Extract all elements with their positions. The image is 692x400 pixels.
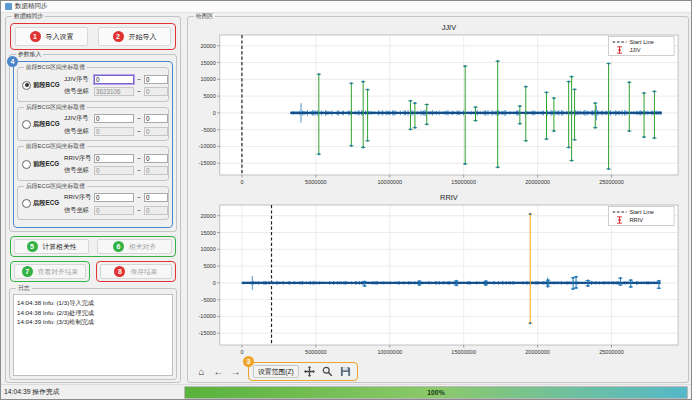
step-3-badge: 3 bbox=[243, 356, 254, 367]
main-area: 数据精同步 1 导入设置 2 开始导入 参数输入 4 前段BCG区间坐标取值前段… bbox=[1, 13, 691, 384]
step-5-badge: 5 bbox=[27, 241, 38, 252]
svg-text:10000: 10000 bbox=[200, 246, 215, 252]
svg-text:5000000: 5000000 bbox=[305, 349, 327, 355]
svg-text:25000000: 25000000 bbox=[599, 179, 624, 185]
field-label: RRIV序号 bbox=[64, 193, 94, 202]
log-entry: 14:04:38 Info: (2/3)处理完成 bbox=[17, 308, 169, 318]
param-section-title: 后段BCG区间坐标取值 bbox=[24, 104, 87, 111]
param-section-0: 前段BCG区间坐标取值前段BCGJJIV序号~信号坐标~ bbox=[17, 67, 169, 102]
param-section-1: 后段BCG区间坐标取值后段BCGJJIV序号~信号坐标~ bbox=[17, 107, 169, 142]
range-tilde: ~ bbox=[134, 194, 144, 201]
sec3-row0-from-input[interactable] bbox=[94, 193, 134, 202]
sec1-row1-to-input[interactable] bbox=[144, 127, 168, 136]
forward-icon[interactable]: → bbox=[228, 364, 243, 379]
range-tilde: ~ bbox=[134, 115, 144, 122]
view-align-result-button[interactable]: 7 查看对齐结果 bbox=[14, 264, 86, 279]
radio-label: 前段ECG bbox=[33, 160, 59, 169]
plot-panel: 绘图区 050000001000000015000000200000002500… bbox=[187, 16, 689, 383]
pan-icon[interactable] bbox=[302, 364, 317, 379]
svg-text:15000000: 15000000 bbox=[451, 179, 476, 185]
home-icon[interactable]: ⌂ bbox=[194, 364, 209, 379]
params-title: 参数输入 bbox=[16, 51, 43, 58]
sec2-row0-to-input[interactable] bbox=[144, 154, 168, 163]
svg-text:20000: 20000 bbox=[200, 43, 215, 49]
window-title: 数据精同步 bbox=[15, 2, 48, 11]
set-range-button[interactable]: 设置范围(Z) bbox=[253, 365, 299, 378]
plot-panel-title: 绘图区 bbox=[194, 13, 215, 20]
field-label: JJIV序号 bbox=[64, 114, 94, 123]
svg-text:20000000: 20000000 bbox=[525, 179, 550, 185]
start-import-label: 开始导入 bbox=[129, 32, 157, 42]
range-tilde: ~ bbox=[134, 76, 144, 83]
svg-text:15000000: 15000000 bbox=[451, 349, 476, 355]
sec0-row1-to-input[interactable] bbox=[144, 87, 168, 96]
start-import-button[interactable]: 2 开始导入 bbox=[98, 27, 171, 46]
sec2-row0-from-input[interactable] bbox=[94, 154, 134, 163]
params-groupbox: 参数输入 4 前段BCG区间坐标取值前段BCGJJIV序号~信号坐标~后段BCG… bbox=[9, 54, 177, 232]
back-icon[interactable]: ← bbox=[211, 364, 226, 379]
svg-text:-15000: -15000 bbox=[199, 160, 216, 166]
radio-前段ECG[interactable]: 前段ECG bbox=[20, 160, 64, 169]
range-tilde: ~ bbox=[134, 167, 144, 174]
svg-text:5000000: 5000000 bbox=[305, 179, 327, 185]
jjiv-chart[interactable]: 0500000010000000150000002000000025000000… bbox=[190, 22, 686, 192]
svg-text:0: 0 bbox=[213, 110, 216, 116]
progress-label: 100% bbox=[427, 389, 444, 396]
sec0-row1-from-input[interactable] bbox=[94, 87, 134, 96]
step-1-badge: 1 bbox=[30, 31, 41, 42]
radio-icon[interactable] bbox=[22, 81, 31, 90]
radio-icon[interactable] bbox=[22, 199, 31, 208]
svg-text:-10000: -10000 bbox=[199, 143, 216, 149]
app-icon bbox=[5, 3, 12, 10]
svg-text:RRIV: RRIV bbox=[629, 217, 643, 223]
svg-text:10000000: 10000000 bbox=[377, 179, 402, 185]
svg-text:-5000: -5000 bbox=[202, 127, 216, 133]
log-area[interactable]: 14:04:38 Info: (1/3)导入完成14:04:38 Info: (… bbox=[13, 294, 173, 376]
radio-前段BCG[interactable]: 前段BCG bbox=[20, 81, 64, 90]
svg-text:5000: 5000 bbox=[203, 93, 215, 99]
sec0-row0-to-input[interactable] bbox=[144, 75, 168, 84]
correlation-align-button[interactable]: 6 相关对齐 bbox=[97, 239, 172, 254]
step-7-badge: 7 bbox=[22, 266, 33, 277]
save-icon[interactable] bbox=[338, 364, 353, 379]
rriv-chart[interactable]: 0500000010000000150000002000000025000000… bbox=[190, 192, 686, 362]
radio-icon[interactable] bbox=[22, 160, 31, 169]
svg-text:JJIV: JJIV bbox=[629, 47, 640, 53]
range-tilde: ~ bbox=[134, 128, 144, 135]
sync-panel: 数据精同步 1 导入设置 2 开始导入 参数输入 4 前段BCG区间坐标取值前段… bbox=[5, 16, 181, 383]
log-entry: 14:04:38 Info: (1/3)导入完成 bbox=[17, 298, 169, 308]
save-result-label: 保存结果 bbox=[130, 267, 157, 277]
svg-text:15000: 15000 bbox=[200, 60, 215, 66]
sec1-row0-to-input[interactable] bbox=[144, 114, 168, 123]
svg-text:0: 0 bbox=[240, 179, 243, 185]
zoom-icon[interactable] bbox=[320, 364, 335, 379]
sec2-row1-from-input[interactable] bbox=[94, 166, 134, 175]
radio-label: 后段ECG bbox=[33, 199, 59, 208]
param-section-3: 后段ECG区间坐标取值后段ECGRRIV序号~信号坐标~ bbox=[17, 186, 169, 221]
sec2-row1-to-input[interactable] bbox=[144, 166, 168, 175]
sec1-row0-from-input[interactable] bbox=[94, 114, 134, 123]
charts-area: 0500000010000000150000002000000025000000… bbox=[190, 22, 686, 362]
radio-后段ECG[interactable]: 后段ECG bbox=[20, 199, 64, 208]
save-result-button[interactable]: 8 保存结果 bbox=[100, 264, 172, 279]
sec3-row1-to-input[interactable] bbox=[144, 206, 168, 215]
range-tilde: ~ bbox=[134, 88, 144, 95]
title-bar: 数据精同步 bbox=[1, 1, 691, 13]
radio-后段BCG[interactable]: 后段BCG bbox=[20, 120, 64, 129]
sec1-row1-from-input[interactable] bbox=[94, 127, 134, 136]
step-4-badge: 4 bbox=[7, 56, 18, 67]
svg-text:25000000: 25000000 bbox=[599, 349, 624, 355]
log-title: 日志 bbox=[16, 285, 32, 292]
radio-icon[interactable] bbox=[22, 120, 31, 129]
sec3-row1-from-input[interactable] bbox=[94, 206, 134, 215]
radio-label: 后段BCG bbox=[33, 120, 60, 129]
sec3-row0-to-input[interactable] bbox=[144, 193, 168, 202]
param-section-title: 前段BCG区间坐标取值 bbox=[24, 64, 87, 71]
view-result-annotation-box: 7 查看对齐结果 bbox=[10, 261, 90, 282]
sec0-row0-from-input[interactable] bbox=[94, 75, 134, 84]
field-label: 信号坐标 bbox=[64, 166, 94, 175]
import-settings-button[interactable]: 1 导入设置 bbox=[15, 27, 88, 46]
compute-correlation-button[interactable]: 5 计算相关性 bbox=[14, 239, 89, 254]
param-section-2: 前段ECG区间坐标取值前段ECGRRIV序号~信号坐标~ bbox=[17, 146, 169, 181]
svg-text:20000: 20000 bbox=[200, 213, 215, 219]
